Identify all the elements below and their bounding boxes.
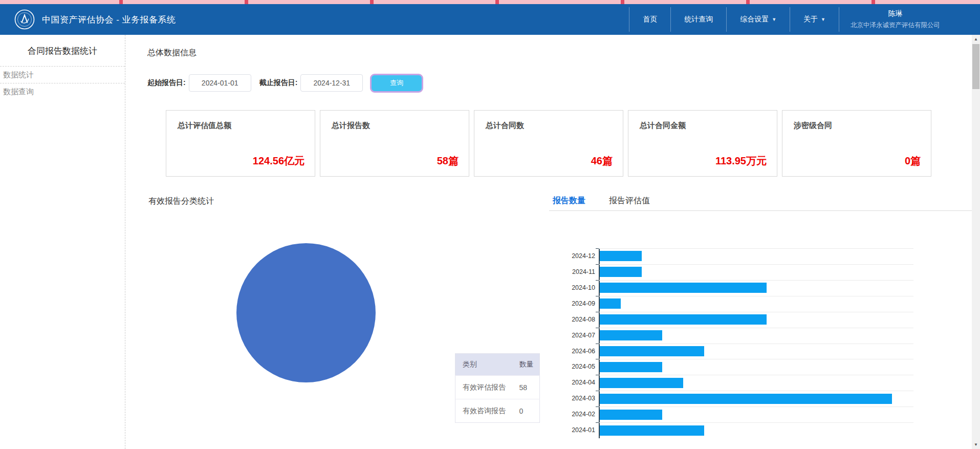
bar-2024-02 xyxy=(600,410,662,420)
table-cell-count: 58 xyxy=(516,376,540,399)
sidebar-item-数据统计[interactable]: 数据统计 xyxy=(0,67,125,83)
bar-row-2024-01: 2024-01 xyxy=(550,422,972,438)
bar-row-2024-05: 2024-05 xyxy=(550,359,972,375)
browser-top-strip xyxy=(0,0,980,4)
stat-card-value: 113.95万元 xyxy=(715,154,767,168)
col-header-category: 类别 xyxy=(455,354,516,376)
stat-cards-row: 总计评估值总额124.56亿元总计报告数58篇总计合同数46篇总计合同金额113… xyxy=(166,110,931,177)
axis-tick xyxy=(596,375,599,375)
axis-tick xyxy=(596,344,599,344)
app-title: 中国资产评估协会 - 业务报备系统 xyxy=(42,14,176,26)
bar-row-2024-09: 2024-09 xyxy=(550,296,972,312)
sidebar-item-数据查询[interactable]: 数据查询 xyxy=(0,83,125,100)
start-date-label: 起始报告日: xyxy=(147,78,186,88)
gridline xyxy=(599,359,913,359)
stat-card-title: 总计合同金额 xyxy=(640,121,686,131)
pie-chart xyxy=(236,243,376,382)
bar-2024-03 xyxy=(600,394,892,404)
gridline xyxy=(599,407,913,407)
bar-category-label: 2024-08 xyxy=(550,312,595,328)
table-cell-count: 0 xyxy=(516,399,540,423)
nav-item-统计查询[interactable]: 统计查询 xyxy=(671,4,726,35)
gridline xyxy=(599,328,913,328)
scrollbar[interactable]: ▲ ▼ xyxy=(972,35,980,449)
tab-报告数量[interactable]: 报告数量 xyxy=(553,196,585,206)
pie-legend-table: 类别 数量 有效评估报告58有效咨询报告0 xyxy=(455,353,540,423)
page: 中国资产评估协会 - 业务报备系统 首页统计查询综合设置▼关于▼陈琳北京中泽永诚… xyxy=(0,0,980,449)
top-nav: 首页统计查询综合设置▼关于▼陈琳北京中泽永诚资产评估有限公司 xyxy=(629,4,944,35)
gridline xyxy=(599,264,913,265)
nav-item-关于[interactable]: 关于▼ xyxy=(790,4,839,35)
bar-row-2024-02: 2024-02 xyxy=(550,407,972,422)
tabs-underline xyxy=(549,210,972,211)
gridline xyxy=(599,312,913,312)
bar-2024-05 xyxy=(600,362,662,372)
bar-category-label: 2024-03 xyxy=(550,391,595,407)
axis-tick xyxy=(596,280,599,281)
filter-row: 起始报告日: 截止报告日: 查询 xyxy=(147,73,423,93)
end-date-input[interactable] xyxy=(300,74,363,92)
bar-row-2024-12: 2024-12 xyxy=(550,248,972,264)
axis-tick xyxy=(596,328,599,328)
association-emblem-icon xyxy=(14,9,35,30)
stat-card-涉密级合同: 涉密级合同0篇 xyxy=(782,110,931,177)
gridline xyxy=(599,248,913,249)
bar-row-2024-06: 2024-06 xyxy=(550,344,972,359)
stat-card-title: 总计合同数 xyxy=(486,121,524,131)
scroll-up-arrow[interactable]: ▲ xyxy=(972,35,980,44)
axis-tick xyxy=(596,359,599,359)
stat-card-value: 124.56亿元 xyxy=(253,154,304,168)
gridline xyxy=(599,344,913,344)
user-block[interactable]: 陈琳北京中泽永诚资产评估有限公司 xyxy=(839,4,944,35)
bar-row-2024-03: 2024-03 xyxy=(550,391,972,407)
bar-row-2024-11: 2024-11 xyxy=(550,264,972,280)
axis-tick xyxy=(596,264,599,265)
nav-item-综合设置[interactable]: 综合设置▼ xyxy=(727,4,790,35)
axis-tick xyxy=(596,407,599,407)
bar-category-label: 2024-10 xyxy=(550,280,595,296)
bar-2024-09 xyxy=(600,298,621,309)
bar-row-2024-07: 2024-07 xyxy=(550,328,972,344)
tab-报告评估值[interactable]: 报告评估值 xyxy=(609,196,650,206)
bar-2024-11 xyxy=(600,267,642,277)
bar-category-label: 2024-04 xyxy=(550,375,595,391)
page-title: 总体数据信息 xyxy=(147,48,197,58)
user-name: 陈琳 xyxy=(888,9,903,18)
gridline xyxy=(599,280,913,281)
sidebar: 合同报告数据统计 数据统计数据查询 xyxy=(0,35,125,449)
col-header-count: 数量 xyxy=(516,354,540,376)
scroll-down-arrow[interactable]: ▼ xyxy=(972,440,980,449)
nav-item-首页[interactable]: 首页 xyxy=(629,4,670,35)
bar-category-label: 2024-07 xyxy=(550,328,595,344)
logo xyxy=(14,9,35,30)
bar-category-label: 2024-01 xyxy=(550,422,595,438)
bar-row-2024-10: 2024-10 xyxy=(550,280,972,296)
app-header: 中国资产评估协会 - 业务报备系统 首页统计查询综合设置▼关于▼陈琳北京中泽永诚… xyxy=(0,4,980,35)
table-header-row: 类别 数量 xyxy=(455,354,540,376)
stat-card-value: 58篇 xyxy=(437,154,459,168)
gridline xyxy=(599,375,913,375)
scroll-thumb[interactable] xyxy=(972,44,979,89)
gridline xyxy=(599,391,913,391)
stat-card-总计评估值总额: 总计评估值总额124.56亿元 xyxy=(166,110,315,177)
stat-card-value: 0篇 xyxy=(905,154,921,168)
bar-category-label: 2024-06 xyxy=(550,344,595,359)
axis-tick xyxy=(596,422,599,423)
stat-card-title: 涉密级合同 xyxy=(794,121,832,131)
bar-category-label: 2024-11 xyxy=(550,264,595,280)
axis-tick xyxy=(596,312,599,312)
user-company: 北京中泽永诚资产评估有限公司 xyxy=(851,21,940,30)
gridline xyxy=(599,296,913,296)
stat-card-value: 46篇 xyxy=(591,154,613,168)
table-cell-category: 有效评估报告 xyxy=(455,376,516,399)
table-row: 有效咨询报告0 xyxy=(455,399,540,423)
stat-card-总计报告数: 总计报告数58篇 xyxy=(320,110,469,177)
bar-chart: 2024-122024-112024-102024-092024-082024-… xyxy=(550,248,972,439)
start-date-input[interactable] xyxy=(189,74,251,92)
sidebar-title: 合同报告数据统计 xyxy=(0,45,125,57)
query-button[interactable]: 查询 xyxy=(370,74,423,93)
bar-2024-10 xyxy=(600,283,767,293)
table-row: 有效评估报告58 xyxy=(455,376,540,399)
pie-section-title: 有效报告分类统计 xyxy=(148,196,214,207)
bar-2024-12 xyxy=(600,251,642,261)
